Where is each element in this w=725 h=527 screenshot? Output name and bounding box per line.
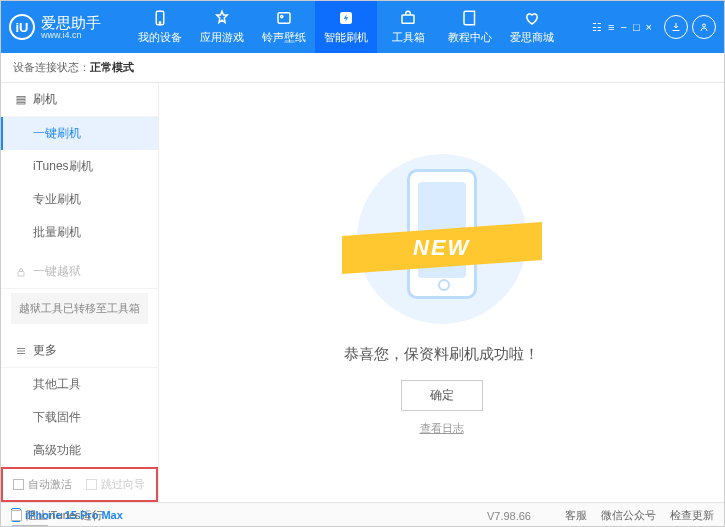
auto-activate-checkbox[interactable]: 自动激活 xyxy=(13,477,72,492)
svg-rect-8 xyxy=(17,99,25,101)
book-icon xyxy=(461,9,479,27)
svg-rect-2 xyxy=(278,13,290,24)
sidebar-section-flash[interactable]: 刷机 xyxy=(1,83,158,117)
support-link[interactable]: 客服 xyxy=(565,508,587,523)
lock-icon xyxy=(15,266,27,278)
nav-flash[interactable]: 智能刷机 xyxy=(315,1,377,53)
phone-icon xyxy=(151,9,169,27)
window-controls: ☷ ≡ − □ × xyxy=(592,21,652,34)
success-message: 恭喜您，保资料刷机成功啦！ xyxy=(344,345,539,364)
version-label: V7.98.66 xyxy=(487,510,531,522)
minimize-icon[interactable]: − xyxy=(620,21,626,34)
svg-rect-7 xyxy=(17,96,25,98)
heart-icon xyxy=(523,9,541,27)
header-right: ☷ ≡ − □ × xyxy=(592,15,716,39)
svg-rect-10 xyxy=(18,271,24,276)
jailbreak-note: 越狱工具已转移至工具箱 xyxy=(11,293,148,324)
sidebar-section-more[interactable]: 更多 xyxy=(1,334,158,368)
update-link[interactable]: 检查更新 xyxy=(670,508,714,523)
sidebar: 刷机 一键刷机 iTunes刷机 专业刷机 批量刷机 一键越狱 越狱工具已转移至… xyxy=(1,83,159,502)
download-icon xyxy=(670,21,682,33)
maximize-icon[interactable]: □ xyxy=(633,21,640,34)
tray-icon[interactable]: ≡ xyxy=(608,21,614,34)
sidebar-item-pro[interactable]: 专业刷机 xyxy=(1,183,158,216)
svg-point-6 xyxy=(703,24,706,27)
logo-icon: iU xyxy=(9,14,35,40)
download-button[interactable] xyxy=(664,15,688,39)
status-value: 正常模式 xyxy=(90,60,134,75)
nav-store[interactable]: 爱思商城 xyxy=(501,1,563,53)
main-content: NEW 恭喜您，保资料刷机成功啦！ 确定 查看日志 xyxy=(159,83,724,502)
skip-guide-checkbox[interactable]: 跳过向导 xyxy=(86,477,145,492)
nav-apps[interactable]: 应用游戏 xyxy=(191,1,253,53)
svg-point-3 xyxy=(281,15,283,17)
nav-my-device[interactable]: 我的设备 xyxy=(129,1,191,53)
sidebar-section-jailbreak: 一键越狱 xyxy=(1,255,158,289)
logo: iU 爱思助手 www.i4.cn xyxy=(9,14,129,40)
user-icon xyxy=(698,21,710,33)
nav-toolbox[interactable]: 工具箱 xyxy=(377,1,439,53)
logo-title: 爱思助手 xyxy=(41,15,101,30)
sidebar-item-itunes[interactable]: iTunes刷机 xyxy=(1,150,158,183)
more-icon xyxy=(15,345,27,357)
sidebar-item-batch[interactable]: 批量刷机 xyxy=(1,216,158,249)
nav-tutorial[interactable]: 教程中心 xyxy=(439,1,501,53)
menu-icon[interactable]: ☷ xyxy=(592,21,602,34)
svg-rect-5 xyxy=(402,15,414,23)
options-highlight: 自动激活 跳过向导 xyxy=(1,467,158,502)
wechat-link[interactable]: 微信公众号 xyxy=(601,508,656,523)
svg-point-1 xyxy=(159,22,161,24)
ok-button[interactable]: 确定 xyxy=(401,380,483,411)
block-itunes-checkbox[interactable]: 阻止iTunes运行 xyxy=(11,508,103,523)
close-icon[interactable]: × xyxy=(646,21,652,34)
status-label: 设备连接状态： xyxy=(13,60,90,75)
nav-ringtone[interactable]: 铃声壁纸 xyxy=(253,1,315,53)
status-bar: 设备连接状态： 正常模式 xyxy=(1,53,724,83)
top-nav: 我的设备 应用游戏 铃声壁纸 智能刷机 工具箱 教程中心 爱思商城 xyxy=(129,1,592,53)
app-header: iU 爱思助手 www.i4.cn 我的设备 应用游戏 铃声壁纸 智能刷机 工具… xyxy=(1,1,724,53)
apps-icon xyxy=(213,9,231,27)
sidebar-item-oneclick[interactable]: 一键刷机 xyxy=(1,117,158,150)
sidebar-item-other[interactable]: 其他工具 xyxy=(1,368,158,401)
image-icon xyxy=(275,9,293,27)
logo-subtitle: www.i4.cn xyxy=(41,30,101,40)
list-icon xyxy=(15,94,27,106)
sidebar-item-firmware[interactable]: 下载固件 xyxy=(1,401,158,434)
success-illustration: NEW xyxy=(352,149,532,329)
sidebar-item-advanced[interactable]: 高级功能 xyxy=(1,434,158,467)
view-log-link[interactable]: 查看日志 xyxy=(420,421,464,436)
toolbox-icon xyxy=(399,9,417,27)
user-button[interactable] xyxy=(692,15,716,39)
flash-icon xyxy=(337,9,355,27)
svg-rect-9 xyxy=(17,102,25,104)
